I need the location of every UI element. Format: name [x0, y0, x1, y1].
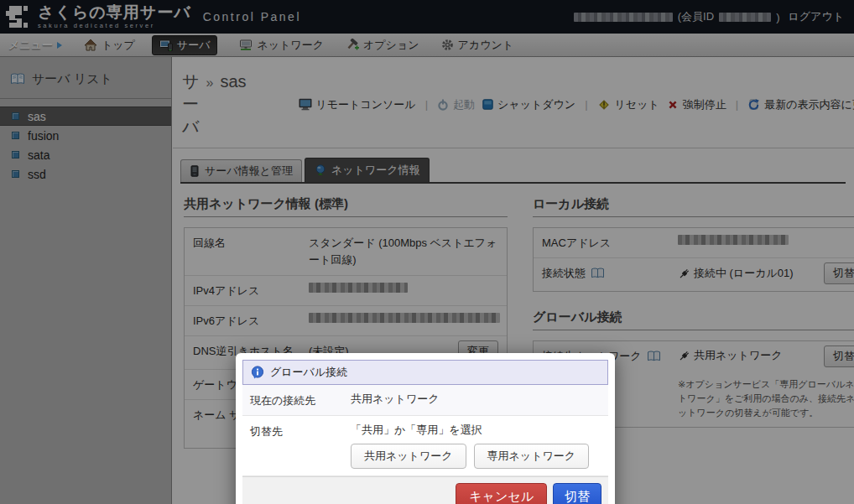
dialog-header: グローバル接続: [242, 360, 608, 385]
global-connection-dialog: グローバル接続 現在の接続先 共用ネットワーク 切替先 「共用」か「専用」を選択…: [236, 353, 615, 504]
dialog-row-target: 切替先 「共用」か「専用」を選択 共用ネットワーク 専用ネットワーク: [242, 416, 608, 476]
dialog-title: グローバル接続: [270, 365, 347, 380]
cancel-button[interactable]: キャンセル: [456, 483, 547, 504]
switch-submit-button[interactable]: 切替: [553, 483, 601, 504]
dedicated-network-option-button[interactable]: 専用ネットワーク: [474, 444, 590, 469]
info-icon: [251, 366, 264, 379]
current-network-value: 共用ネットワーク: [351, 392, 440, 407]
shared-network-option-button[interactable]: 共用ネットワーク: [351, 444, 466, 469]
dialog-row-label: 現在の接続先: [250, 392, 351, 408]
dialog-row-label: 切替先: [250, 423, 351, 439]
target-options: 共用ネットワーク 専用ネットワーク: [351, 444, 589, 469]
dialog-row-current: 現在の接続先 共用ネットワーク: [242, 385, 608, 416]
dialog-footer: キャンセル 切替: [242, 476, 608, 504]
target-hint: 「共用」か「専用」を選択: [351, 423, 589, 438]
